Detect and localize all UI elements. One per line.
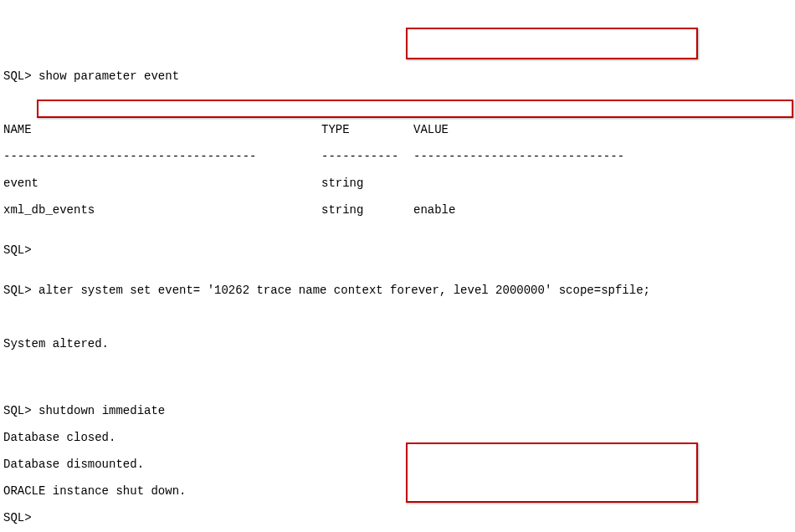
command-text: alter system set event= '10262 trace nam… [38, 284, 650, 297]
col-value-header: VALUE [413, 123, 792, 136]
command-text: shutdown immediate [38, 404, 165, 417]
table-header-row: NAMETYPEVALUE [3, 123, 792, 136]
param-name: xml_db_events [3, 203, 321, 217]
terminal-line: SQL> [3, 243, 792, 257]
command-text: show parameter event [38, 69, 179, 83]
col-type-header: TYPE [321, 123, 413, 136]
status-message: Database dismounted. [3, 458, 792, 471]
terminal-line: SQL> alter system set event= '10262 trac… [3, 284, 792, 297]
highlight-box [406, 28, 698, 59]
blank-line [3, 364, 792, 377]
sql-prompt: SQL> [3, 243, 32, 257]
terminal-line: SQL> [3, 511, 792, 524]
sql-prompt: SQL> [3, 511, 32, 524]
status-message: ORACLE instance shut down. [3, 484, 792, 498]
param-type: string [321, 176, 413, 190]
param-value [413, 176, 792, 190]
col-type-divider: ----------- [321, 150, 413, 163]
terminal-line: SQL> shutdown immediate [3, 404, 792, 417]
terminal-line: SQL> show parameter event [3, 69, 792, 83]
blank-line [3, 310, 792, 324]
table-row: eventstring [3, 176, 792, 190]
param-name: event [3, 176, 321, 190]
col-name-divider: ------------------------------------ [3, 150, 321, 163]
blank-line [3, 96, 792, 110]
col-value-divider: ------------------------------ [413, 150, 792, 163]
param-type: string [321, 203, 413, 217]
param-value: enable [413, 203, 792, 217]
table-row: xml_db_eventsstringenable [3, 203, 792, 217]
table-divider-row: ----------------------------------------… [3, 150, 792, 163]
sql-prompt: SQL> [3, 284, 32, 297]
sql-prompt: SQL> [3, 404, 32, 417]
col-name-header: NAME [3, 123, 321, 136]
sql-prompt: SQL> [3, 69, 32, 83]
status-message: Database closed. [3, 431, 792, 444]
status-message: System altered. [3, 337, 792, 350]
